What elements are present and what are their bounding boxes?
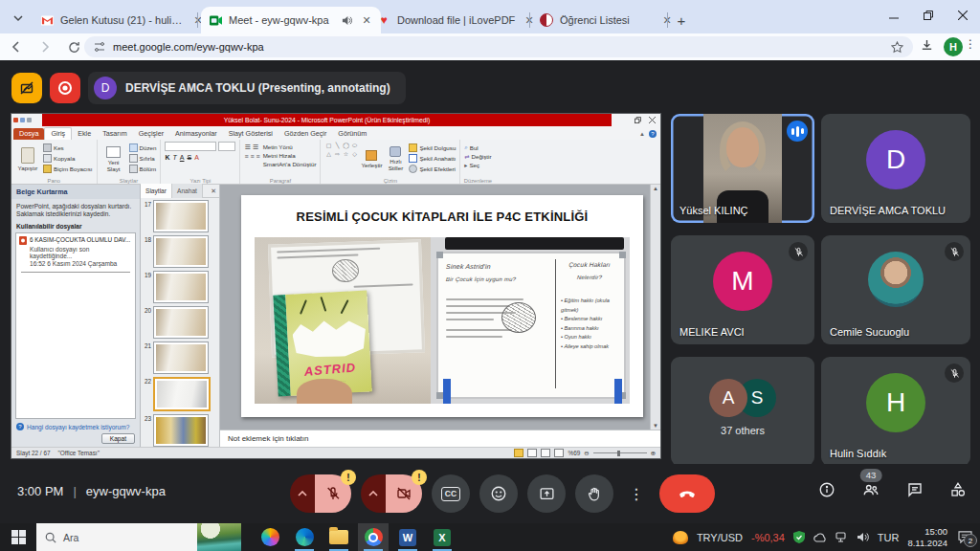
raise-hand-button[interactable] (575, 474, 613, 513)
window-restore-button[interactable] (911, 0, 946, 31)
slide-thumbnail-selected[interactable]: 22 (141, 377, 217, 411)
people-button[interactable]: 43 (861, 481, 880, 498)
ppt-tab-gecisler[interactable]: Geçişler (133, 128, 169, 140)
recording-indicator-button[interactable] (50, 73, 80, 103)
network-icon[interactable] (835, 532, 848, 542)
taskbar-edge-button[interactable] (289, 523, 320, 551)
shape-fill-button[interactable]: Şekil Dolgusu (409, 143, 456, 152)
notes-area[interactable]: Not eklemek için tıklatın (220, 430, 660, 447)
participant-tile[interactable]: H Hulin Sıddık (821, 357, 970, 466)
font-color-button[interactable]: A (194, 154, 199, 161)
reset-button[interactable]: Sıfırla (129, 154, 157, 163)
taskbar-excel-button[interactable]: X (427, 523, 457, 551)
activities-button[interactable] (949, 481, 967, 498)
shapes-gallery[interactable]: ▢╲◯⬭ △⇨☆◇ (324, 142, 358, 176)
participant-tile-video[interactable]: Yüksel KILINÇ (671, 114, 814, 223)
profile-avatar[interactable]: H (944, 37, 963, 56)
recovery-help-link[interactable]: ? Hangi dosyayı kaydetmek istiyorum? (16, 423, 135, 430)
currency-widget-icon[interactable] (673, 531, 688, 544)
normal-view-icon[interactable] (514, 449, 523, 457)
back-button[interactable] (4, 34, 29, 59)
annotation-off-button[interactable] (11, 73, 42, 103)
shape-effects-button[interactable]: Şekil Efektleri (409, 165, 456, 173)
ribbon-collapse-icon[interactable]: ▲ (639, 131, 645, 137)
taskbar-word-button[interactable]: W (392, 523, 423, 551)
section-button[interactable]: Bölüm (129, 165, 157, 173)
tab-gmail[interactable]: Gelen Kutusu (21) - hulin.siddik ✕ (33, 7, 212, 33)
taskbar-copilot-button[interactable] (255, 523, 285, 551)
ppt-tab-gorunum[interactable]: Görünüm (332, 128, 372, 140)
slide-scrollbar[interactable]: ▲▼ (650, 185, 660, 430)
zoom-slider[interactable] (593, 452, 647, 453)
tab-meet-active[interactable]: Meet - eyw-gqwv-kpa ✕ (201, 7, 381, 33)
present-screen-button[interactable] (527, 474, 566, 513)
onedrive-sync-icon[interactable] (813, 533, 827, 542)
slides-panel-close-icon[interactable]: ✕ (211, 187, 219, 195)
select-button[interactable]: ▸Seç (464, 162, 491, 168)
smartart-button[interactable]: SmartArt'a Dönüştür (263, 161, 317, 167)
overflow-participants-tile[interactable]: A S 37 others (671, 357, 814, 466)
taskbar-clock[interactable]: 15:00 8.11.2024 (907, 526, 947, 549)
ppt-tab-ekle[interactable]: Ekle (72, 128, 97, 140)
ppt-tab-giris[interactable]: Giriş (44, 127, 72, 140)
zoom-out-icon[interactable]: ⊖ (584, 450, 589, 457)
meeting-details-button[interactable] (818, 481, 835, 498)
slide-thumbnail[interactable]: 18 (141, 235, 217, 268)
layout-button[interactable]: Düzen (129, 143, 157, 152)
site-settings-icon[interactable] (94, 41, 105, 53)
align-buttons[interactable]: ≡ ≡ ≡ (244, 153, 259, 160)
recovery-close-button[interactable]: Kapat (101, 433, 135, 444)
current-slide[interactable]: RESİMLİ ÇOCUK KİTAPLARI İLE P4C ETKİNLİĞ… (241, 195, 643, 417)
taskbar-search-input[interactable]: Ara (36, 523, 241, 551)
ppt-tab-tasarim[interactable]: Tasarım (97, 128, 133, 140)
download-icon[interactable] (920, 38, 934, 53)
slide-canvas[interactable]: RESİMLİ ÇOCUK KİTAPLARI İLE P4C ETKİNLİĞ… (220, 185, 660, 430)
font-name-select[interactable] (165, 142, 216, 151)
slide-thumbnail[interactable]: 19 (141, 271, 217, 303)
slide-thumbnail[interactable]: 21 (141, 342, 217, 374)
reactions-button[interactable] (479, 474, 518, 513)
slide-thumbnail[interactable]: 23 (141, 414, 217, 447)
help-icon[interactable]: ? (649, 130, 657, 138)
keyboard-language-label[interactable]: TUR (878, 532, 900, 543)
ppt-close-icon[interactable] (649, 117, 656, 123)
bold-button[interactable]: K (165, 154, 169, 161)
tab-ilovepdf[interactable]: ♥ Download file | iLovePDF ✕ (369, 7, 544, 33)
italic-button[interactable]: T (173, 154, 177, 161)
participant-tile[interactable]: Cemile Sucuoglu (821, 235, 970, 344)
forward-button[interactable] (33, 34, 57, 59)
taskbar-explorer-button[interactable] (323, 523, 354, 551)
taskbar-chrome-button[interactable] (358, 523, 389, 551)
font-size-select[interactable] (218, 142, 235, 151)
tab-audio-icon[interactable] (340, 13, 353, 27)
participant-tile[interactable]: D DERVİŞE AMCA TOKLU (821, 114, 970, 223)
slideshow-view-icon[interactable] (554, 449, 564, 457)
start-button[interactable] (0, 523, 36, 551)
end-call-button[interactable] (659, 474, 715, 513)
reload-button[interactable] (61, 34, 86, 59)
ppt-tab-dosya[interactable]: Dosya (13, 128, 44, 140)
arrange-button[interactable]: Yerleştir (361, 142, 382, 176)
save-icon[interactable] (20, 118, 25, 122)
strikethrough-button[interactable]: S (187, 154, 191, 161)
shape-outline-button[interactable]: Şekil Anahattı (409, 154, 456, 163)
window-minimize-button[interactable] (877, 0, 911, 31)
ppt-tab-slayt-gosterisi[interactable]: Slayt Gösterisi (223, 128, 278, 140)
more-options-button[interactable]: ⋮ (623, 474, 650, 513)
new-slide-button[interactable]: Yeni Slayt (101, 142, 126, 176)
notification-center-icon[interactable]: 2 (958, 531, 972, 543)
address-bar[interactable]: meet.google.com/eyw-gqwv-kpa (84, 36, 913, 57)
ppt-restore-icon[interactable] (635, 117, 641, 123)
replace-button[interactable]: ⇄Değiştir (464, 153, 491, 160)
format-painter-button[interactable]: Biçim Boyacısı (43, 165, 93, 173)
mic-options-chevron[interactable] (290, 474, 315, 513)
recovery-file-item[interactable]: 6 KASIM-ÇOCUKTA OLUMLU DAV... Kullanıcı … (19, 236, 132, 273)
window-close-button[interactable] (946, 0, 980, 31)
slide-thumbnail[interactable]: 20 (141, 306, 217, 339)
undo-icon[interactable] (27, 118, 32, 122)
bookmark-star-icon[interactable] (891, 41, 903, 54)
bullet-list-button[interactable]: ☰ ☰ (244, 143, 259, 151)
reading-view-icon[interactable] (541, 449, 550, 457)
ppt-tab-animasyonlar[interactable]: Animasyonlar (169, 128, 223, 140)
align-text-button[interactable]: Metni Hizala (263, 152, 317, 159)
